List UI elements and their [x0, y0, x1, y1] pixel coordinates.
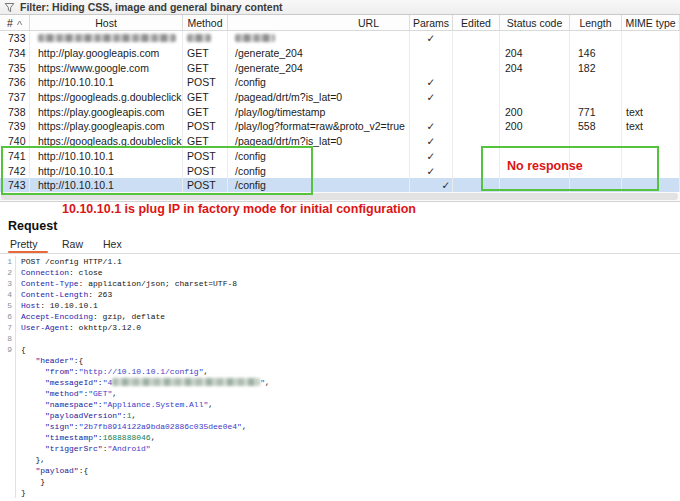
cell-host: http://10.10.10.1	[30, 149, 183, 164]
table-row[interactable]: 733✓	[0, 31, 680, 46]
code-text: "method":"GET",	[16, 388, 117, 399]
syntax-segment	[21, 422, 45, 431]
tab-raw[interactable]: Raw	[62, 238, 83, 250]
syntax-segment: "4	[103, 378, 113, 387]
code-line: 4Content-Length: 263	[0, 289, 680, 300]
table-row[interactable]: 738https://play.googleapis.comGET/play/l…	[0, 104, 680, 119]
line-number: 6	[0, 311, 16, 322]
code-line: 3Content-Type: application/json; charset…	[0, 278, 680, 289]
syntax-segment: "header"	[35, 356, 73, 365]
code-text: "payload":{	[16, 465, 88, 476]
cell-params	[410, 60, 453, 75]
table-row[interactable]: 736http://10.10.10.1POST/config✓	[0, 75, 680, 90]
code-line: }	[0, 476, 680, 487]
line-number	[0, 366, 16, 377]
column-header-method[interactable]: Method	[183, 15, 228, 30]
syntax-segment: "messageId"	[45, 378, 98, 387]
cell-host: http://play.googleapis.com	[30, 46, 183, 61]
code-text: Content-Type: application/json; charset=…	[16, 278, 237, 289]
redacted-blur	[235, 34, 275, 42]
cell-status: 204	[500, 46, 570, 61]
column-header-params[interactable]: Params	[410, 15, 453, 30]
column-header-length[interactable]: Length	[570, 15, 622, 30]
cell-method: POST	[183, 119, 228, 134]
cell-url: /play/log?format=raw&proto_v2=true	[228, 119, 410, 134]
cell-id: 735	[0, 60, 30, 75]
code-line: 7User-Agent: okhttp/3.12.0	[0, 322, 680, 333]
horizontal-scrollbar-thumb[interactable]	[1, 193, 678, 200]
cell-mime	[622, 90, 680, 105]
cell-url	[228, 31, 410, 46]
code-text: Content-Length: 263	[16, 289, 112, 300]
syntax-segment: ,	[265, 378, 270, 387]
cell-method: POST	[183, 75, 228, 90]
column-header-status-code[interactable]: Status code	[500, 15, 570, 30]
syntax-segment: ,	[242, 422, 247, 431]
line-number: 7	[0, 322, 16, 333]
table-header: #∧HostMethodURLParamsEditedStatus codeLe…	[0, 15, 680, 31]
code-line: "payload":{	[0, 465, 680, 476]
request-panel-title: Request	[8, 219, 57, 233]
redacted-blur	[112, 378, 260, 386]
column-header-host[interactable]: Host	[30, 15, 183, 30]
table-row[interactable]: 737https://googleads.g.doubleclick...GET…	[0, 90, 680, 105]
code-text: },	[16, 454, 45, 465]
horizontal-scrollbar[interactable]	[0, 192, 680, 201]
code-text: "payloadVersion":1,	[16, 410, 136, 421]
code-line: "namespace":"Appliance.System.All",	[0, 399, 680, 410]
cell-method	[183, 31, 228, 46]
cell-url: /config	[228, 163, 410, 178]
code-text: "namespace":"Appliance.System.All",	[16, 399, 213, 410]
cell-params: ✓	[410, 134, 453, 149]
line-number	[0, 454, 16, 465]
code-text: "timestamp":1688888046,	[16, 432, 155, 443]
table-row[interactable]: 739https://play.googleapis.comPOST/play/…	[0, 119, 680, 134]
cell-method: GET	[183, 90, 228, 105]
code-text: {	[16, 344, 26, 355]
request-editor[interactable]: 1POST /config HTTP/1.12Connection: close…	[0, 254, 680, 501]
syntax-segment: : okhttp/3.12.0	[69, 323, 141, 332]
syntax-segment: }	[21, 477, 45, 486]
params-check-icon: ✓	[427, 32, 436, 44]
column-header-edited[interactable]: Edited	[453, 15, 500, 30]
cell-edited	[453, 31, 500, 46]
column-header-label: URL	[358, 17, 379, 29]
redacted-blur	[187, 34, 211, 42]
syntax-segment: Host	[21, 301, 40, 310]
code-line: "triggerSrc":"Android"	[0, 443, 680, 454]
column-header-label: Edited	[461, 17, 491, 29]
column-header-url[interactable]: URL	[228, 15, 410, 30]
code-line: 6Accept-Encoding: gzip, deflate	[0, 311, 680, 322]
filter-bar[interactable]: Filter: Hiding CSS, image and general bi…	[0, 0, 680, 15]
syntax-segment	[21, 433, 45, 442]
table-row[interactable]: 735https://www.google.comGET/generate_20…	[0, 60, 680, 75]
no-response-label: No response	[507, 159, 583, 173]
cell-id: 736	[0, 75, 30, 90]
params-check-icon: ✓	[427, 135, 436, 147]
table-row[interactable]: 734http://play.googleapis.comGET/generat…	[0, 46, 680, 61]
column-header-#[interactable]: #∧	[0, 15, 30, 30]
tab-pretty[interactable]: Pretty	[10, 238, 37, 250]
line-number	[0, 355, 16, 366]
cell-mime: text	[622, 104, 680, 119]
syntax-segment	[21, 444, 45, 453]
line-number: 5	[0, 300, 16, 311]
cell-host: http://10.10.10.1	[30, 178, 183, 193]
code-line: 9{	[0, 344, 680, 355]
cell-status: 200	[500, 104, 570, 119]
column-header-label: Params	[413, 17, 449, 29]
code-line: "payloadVersion":1,	[0, 410, 680, 421]
code-line: "header":{	[0, 355, 680, 366]
code-line: 8	[0, 333, 680, 344]
syntax-segment: ,	[151, 433, 156, 442]
cell-id: 733	[0, 31, 30, 46]
cell-method: GET	[183, 104, 228, 119]
params-check-icon: ✓	[427, 150, 436, 162]
cell-edited	[453, 60, 500, 75]
code-line: 1POST /config HTTP/1.1	[0, 256, 680, 267]
cell-params	[410, 104, 453, 119]
column-header-mime-type[interactable]: MIME type	[622, 15, 680, 30]
tab-hex[interactable]: Hex	[103, 238, 122, 250]
cell-status: 200	[500, 119, 570, 134]
code-line: "timestamp":1688888046,	[0, 432, 680, 443]
